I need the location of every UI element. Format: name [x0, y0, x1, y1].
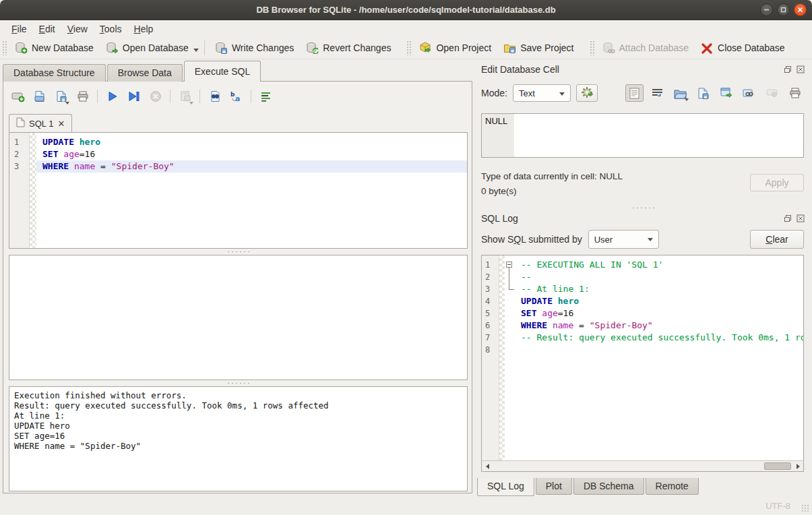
dock-splitter[interactable] — [476, 205, 809, 211]
sql-file-tab[interactable]: SQL 1 ✕ — [9, 114, 72, 132]
menu-tools[interactable]: Tools — [94, 22, 128, 36]
code-line[interactable]: -- — [515, 271, 803, 283]
attach-database-button[interactable]: Attach Database — [596, 39, 695, 57]
sql-log-hscrollbar[interactable] — [482, 460, 803, 471]
menu-file[interactable]: File — [5, 22, 33, 36]
close-dock-icon[interactable] — [796, 65, 805, 74]
submitted-by-select[interactable]: User — [588, 230, 659, 249]
code-line[interactable]: WHERE name = "Spider-Boy" — [36, 160, 467, 173]
minimize-icon[interactable] — [760, 3, 773, 16]
clear-log-button[interactable]: Clear — [750, 230, 804, 249]
fold-marker[interactable] — [505, 259, 515, 271]
set-null-icon[interactable] — [763, 84, 781, 102]
save-results-dropdown-icon[interactable] — [189, 102, 193, 104]
code-line[interactable]: SET age=16 — [515, 307, 803, 320]
close-icon[interactable] — [794, 3, 807, 16]
tab-execute-sql[interactable]: Execute SQL — [184, 61, 261, 82]
cell-mode-select[interactable]: Text — [513, 84, 571, 102]
sql-log-view[interactable]: 12345678 -- EXECUTING ALL IN 'SQL 1'----… — [481, 255, 804, 472]
word-wrap-cell-icon[interactable] — [648, 84, 666, 102]
open-sql-tab-button[interactable] — [9, 88, 27, 105]
execution-status-log[interactable]: Execution finished without errors. Resul… — [9, 386, 468, 491]
titlebar[interactable]: DB Browser for SQLite - /home/user/code/… — [0, 0, 812, 20]
fold-marker[interactable] — [505, 271, 515, 283]
open-sql-file-button[interactable] — [30, 88, 49, 105]
resize-grip[interactable] — [801, 504, 810, 513]
fold-marker[interactable] — [505, 332, 515, 344]
code-line[interactable]: -- Result: query executed successfully. … — [515, 332, 803, 344]
stop-button[interactable] — [146, 88, 164, 105]
code-line[interactable]: UPDATE hero — [36, 136, 467, 148]
word-wrap-button[interactable] — [257, 88, 275, 105]
open-project-button[interactable]: Open Project — [413, 39, 497, 57]
toolbar-drag-handle[interactable] — [2, 40, 7, 55]
fold-marker[interactable] — [505, 344, 515, 356]
close-dock-icon[interactable] — [796, 214, 805, 223]
import-dropdown-icon[interactable] — [685, 98, 689, 101]
import-cell-icon[interactable] — [671, 84, 689, 102]
execute-all-button[interactable] — [103, 88, 121, 105]
code-line[interactable]: -- At line 1: — [515, 283, 803, 295]
float-dock-icon[interactable] — [783, 65, 792, 74]
export-cell-icon[interactable] — [694, 84, 712, 102]
scroll-right-icon[interactable] — [792, 461, 803, 471]
svg-text:a: a — [235, 94, 240, 102]
tab-sql-log[interactable]: SQL Log — [477, 478, 534, 496]
tab-db-schema[interactable]: DB Schema — [573, 478, 644, 495]
sql-editor-code[interactable]: UPDATE heroSET age=16WHERE name = "Spide… — [36, 133, 467, 248]
fold-marker[interactable] — [505, 307, 515, 320]
code-line[interactable]: UPDATE hero — [515, 295, 803, 307]
menu-help[interactable]: Help — [128, 22, 160, 36]
maximize-icon[interactable] — [777, 3, 790, 16]
code-line[interactable]: -- EXECUTING ALL IN 'SQL 1' — [515, 259, 803, 271]
scroll-thumb[interactable] — [764, 462, 791, 470]
encoding-indicator[interactable]: UTF-8 — [766, 501, 790, 511]
menu-edit[interactable]: Edit — [33, 22, 61, 36]
fold-marker[interactable] — [505, 295, 515, 307]
code-line[interactable]: WHERE name = "Spider-Boy" — [515, 320, 803, 332]
fold-marker[interactable] — [505, 320, 515, 332]
tab-plot[interactable]: Plot — [536, 478, 572, 495]
revert-changes-button[interactable]: Revert Changes — [300, 39, 397, 57]
fold-marker[interactable] — [505, 283, 515, 295]
close-database-button[interactable]: Close Database — [695, 39, 791, 57]
open-database-dropdown-icon[interactable] — [193, 49, 199, 52]
open-database-button[interactable]: Open Database — [100, 39, 195, 57]
menu-view[interactable]: View — [61, 22, 94, 36]
link-icon[interactable] — [740, 84, 758, 102]
format-sql-button[interactable]: ba — [227, 88, 245, 105]
code-line[interactable] — [515, 344, 803, 356]
apply-button[interactable]: Apply — [750, 174, 804, 191]
scroll-left-icon[interactable] — [482, 461, 493, 471]
write-changes-button[interactable]: Write Changes — [209, 39, 300, 57]
tab-close-icon[interactable]: ✕ — [57, 119, 65, 129]
toolbar-drag-handle[interactable] — [590, 40, 594, 55]
code-line[interactable]: SET age=16 — [36, 148, 467, 160]
auto-switch-mode-button[interactable] — [576, 84, 598, 102]
float-dock-icon[interactable] — [783, 214, 792, 223]
tab-database-structure[interactable]: Database Structure — [3, 64, 106, 82]
results-grid[interactable] — [9, 255, 468, 380]
tab-remote[interactable]: Remote — [646, 478, 699, 495]
new-database-button[interactable]: New Database — [9, 39, 100, 57]
save-sql-file-button[interactable] — [52, 88, 70, 105]
toolbar-drag-handle[interactable] — [406, 40, 411, 55]
tab-browse-data[interactable]: Browse Data — [107, 64, 183, 82]
cell-edit-area[interactable] — [514, 114, 803, 157]
text-mode-icon[interactable] — [625, 84, 644, 102]
sql-editor[interactable]: 123 UPDATE heroSET age=16WHERE name = "S… — [9, 132, 468, 249]
print-cell-icon[interactable] — [786, 84, 804, 102]
find-replace-button[interactable] — [206, 88, 224, 105]
open-in-window-icon[interactable] — [717, 84, 735, 102]
sql-log-code[interactable]: -- EXECUTING ALL IN 'SQL 1'---- At line … — [515, 255, 803, 471]
save-sql-dropdown-icon[interactable] — [65, 102, 69, 104]
results-log-splitter[interactable] — [3, 380, 472, 386]
sql-log-fold-margin[interactable] — [505, 255, 515, 471]
scroll-track[interactable] — [493, 461, 792, 471]
print-button[interactable] — [73, 88, 92, 105]
execute-current-line-button[interactable] — [125, 88, 143, 105]
save-project-button[interactable]: Save Project — [497, 39, 580, 57]
save-results-button[interactable] — [176, 88, 194, 105]
cell-value-editor[interactable]: NULL — [481, 113, 804, 158]
editor-results-splitter[interactable] — [3, 249, 472, 255]
